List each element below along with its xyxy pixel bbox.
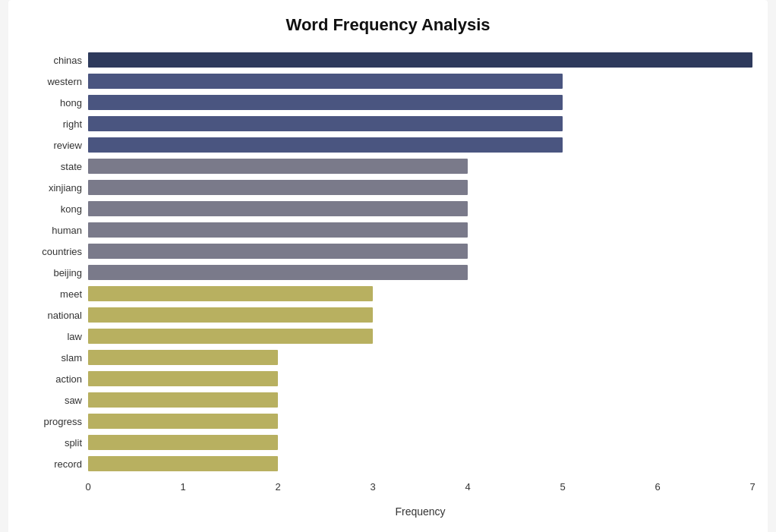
bar-label: hong — [24, 97, 88, 109]
bar-row: progress — [24, 411, 752, 431]
bar — [88, 52, 752, 68]
bar-label: chinas — [24, 55, 88, 66]
bar — [88, 95, 563, 110]
x-tick: 1 — [180, 481, 185, 493]
bar-row: state — [24, 156, 752, 176]
bar-row: chinas — [24, 50, 752, 70]
bar — [88, 435, 278, 450]
bar-row: split — [24, 433, 752, 452]
bar-wrapper — [88, 411, 752, 431]
x-tick: 5 — [560, 481, 565, 493]
bar-wrapper — [88, 284, 752, 304]
bar-label: action — [24, 373, 88, 385]
bar-wrapper — [88, 50, 752, 70]
bar-row: beijing — [24, 263, 752, 282]
bar-wrapper — [88, 263, 752, 282]
bar-label: kong — [24, 203, 88, 215]
bar-wrapper — [88, 178, 752, 197]
bar — [88, 74, 563, 89]
bar-row: slam — [24, 348, 752, 367]
bar-row: human — [24, 220, 752, 240]
bar-wrapper — [88, 369, 752, 389]
bar-label: national — [24, 310, 88, 321]
bar — [88, 456, 278, 471]
bar-label: state — [24, 161, 88, 172]
bar — [88, 201, 468, 216]
bar — [88, 392, 278, 408]
bar-row: right — [24, 114, 752, 134]
bar-wrapper — [88, 433, 752, 452]
bar-row: national — [24, 305, 752, 325]
bar-label: right — [24, 118, 88, 130]
bar-label: split — [24, 437, 88, 449]
bar-row: hong — [24, 93, 752, 112]
bar — [88, 350, 278, 365]
bar-row: action — [24, 369, 752, 389]
bar — [88, 329, 373, 344]
bar-label: slam — [24, 352, 88, 364]
bar-wrapper — [88, 156, 752, 176]
bar-row: meet — [24, 284, 752, 304]
bar-wrapper — [88, 390, 752, 410]
bar-wrapper — [88, 348, 752, 367]
x-tick: 6 — [655, 481, 660, 493]
bar-wrapper — [88, 305, 752, 325]
bar-label: review — [24, 140, 88, 151]
bar-row: western — [24, 71, 752, 91]
chart-area: chinaswesternhongrightreviewstatexinjian… — [24, 50, 752, 475]
bar-wrapper — [88, 135, 752, 155]
x-axis-inner: 01234567 — [88, 481, 752, 504]
bar-wrapper — [88, 199, 752, 219]
bar — [88, 137, 563, 153]
bar-label: xinjiang — [24, 182, 88, 194]
bar — [88, 371, 278, 386]
bar-label: law — [24, 331, 88, 342]
bar-label: beijing — [24, 267, 88, 279]
bar — [88, 265, 468, 280]
bar-wrapper — [88, 326, 752, 346]
bar — [88, 286, 373, 301]
bar-row: law — [24, 326, 752, 346]
bar — [88, 222, 468, 238]
bar-wrapper — [88, 220, 752, 240]
bar-row: record — [24, 454, 752, 474]
bar-label: meet — [24, 288, 88, 300]
bar-row: kong — [24, 199, 752, 219]
bar-row: xinjiang — [24, 178, 752, 197]
chart-title: Word Frequency Analysis — [24, 15, 752, 35]
bar-row: saw — [24, 390, 752, 410]
x-tick: 7 — [749, 481, 755, 493]
bar-label: countries — [24, 246, 88, 257]
bar — [88, 159, 468, 174]
x-tick: 3 — [370, 481, 375, 493]
bar-wrapper — [88, 93, 752, 112]
bar-wrapper — [88, 241, 752, 261]
bar-wrapper — [88, 71, 752, 91]
bar — [88, 180, 468, 195]
bar-label: record — [24, 458, 88, 470]
bar-label: western — [24, 76, 88, 87]
bar — [88, 414, 278, 429]
x-tick: 2 — [275, 481, 280, 493]
bar — [88, 307, 373, 323]
bar — [88, 244, 468, 259]
x-tick: 0 — [85, 481, 90, 493]
x-tick: 4 — [465, 481, 470, 493]
bar-wrapper — [88, 114, 752, 134]
bar-row: review — [24, 135, 752, 155]
bar-label: saw — [24, 395, 88, 406]
bar-label: progress — [24, 416, 88, 427]
bar-label: human — [24, 225, 88, 236]
bar-row: countries — [24, 241, 752, 261]
x-axis-label: Frequency — [24, 505, 752, 518]
chart-container: Word Frequency Analysis chinaswesternhon… — [8, 0, 768, 532]
bar-wrapper — [88, 454, 752, 474]
x-axis: 01234567 — [24, 481, 752, 504]
bar — [88, 116, 563, 131]
